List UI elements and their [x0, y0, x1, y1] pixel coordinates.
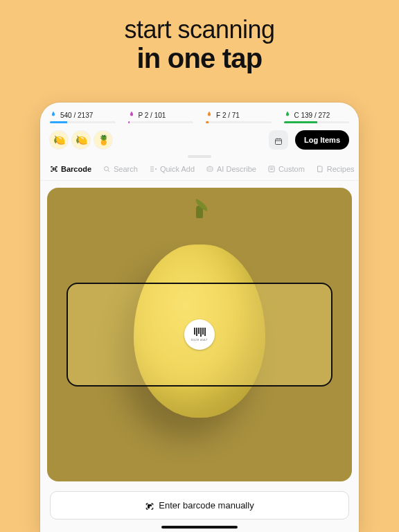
tab-label: Search: [114, 165, 138, 173]
tab-custom[interactable]: Custom: [267, 165, 305, 173]
hero-line-1: start scanning: [124, 15, 274, 44]
macro-stat: 540 / 2137: [50, 111, 116, 123]
macro-stat: C 139 / 272: [284, 111, 350, 123]
home-indicator[interactable]: [161, 526, 238, 529]
tab-label: Quick Add: [160, 165, 195, 173]
hero-line-2: in one tap: [124, 43, 274, 74]
recent-item-chip[interactable]: 🍍: [94, 131, 112, 149]
macro-icon: [50, 111, 58, 119]
barcode-number: 0123 4567: [191, 338, 207, 342]
svg-point-3: [209, 169, 209, 170]
macro-value: P 2 / 101: [139, 112, 166, 119]
macro-value: F 2 / 71: [216, 112, 240, 119]
quickadd-icon: [149, 165, 157, 173]
recipes-icon: [316, 165, 324, 173]
svg-rect-7: [150, 504, 152, 506]
svg-rect-2: [207, 167, 213, 171]
barcode-icon: [194, 328, 206, 337]
tabs-row: BarcodeSearchQuick AddAI DescribeCustomR…: [40, 161, 359, 181]
custom-icon: [267, 165, 276, 173]
barcode-icon: [145, 502, 153, 510]
recent-item-chip[interactable]: 🍋: [50, 131, 68, 149]
tab-barcode[interactable]: Barcode: [50, 165, 91, 173]
tab-search[interactable]: Search: [103, 165, 138, 173]
tab-label: Barcode: [61, 165, 91, 173]
phone-frame: 540 / 2137P 2 / 101F 2 / 71C 139 / 272 🍋…: [40, 103, 359, 532]
svg-point-4: [211, 169, 211, 170]
svg-rect-6: [148, 504, 150, 506]
svg-rect-0: [276, 139, 282, 145]
calendar-icon: [274, 136, 283, 144]
aidescribe-icon: [206, 165, 214, 173]
macro-icon: [206, 111, 214, 119]
header-row: 🍋🍋🍍 Log Items: [40, 127, 359, 155]
tab-quickadd[interactable]: Quick Add: [149, 165, 195, 173]
macro-icon: [128, 111, 136, 119]
hero-text: start scanning in one tap: [124, 15, 274, 74]
macro-stat: P 2 / 101: [128, 111, 194, 123]
macro-stat: F 2 / 71: [206, 111, 272, 123]
tab-aidescribe[interactable]: AI Describe: [206, 165, 256, 173]
svg-point-1: [105, 167, 109, 171]
macro-value: 540 / 2137: [60, 112, 93, 119]
camera-viewport[interactable]: 0123 4567: [47, 188, 352, 481]
macro-value: C 139 / 272: [294, 112, 330, 119]
manual-button-label: Enter barcode manually: [159, 500, 254, 511]
drag-handle[interactable]: [188, 155, 211, 158]
recent-item-chip[interactable]: 🍋: [72, 131, 90, 149]
macro-stats-row: 540 / 2137P 2 / 101F 2 / 71C 139 / 272: [40, 103, 359, 127]
barcode-sticker: 0123 4567: [184, 319, 215, 350]
macro-icon: [284, 111, 292, 119]
enter-barcode-manually-button[interactable]: Enter barcode manually: [50, 491, 349, 520]
calendar-button[interactable]: [269, 130, 288, 150]
search-icon: [103, 165, 111, 173]
tab-recipes[interactable]: Recipes: [316, 165, 355, 173]
svg-rect-8: [148, 506, 150, 508]
tab-label: Recipes: [327, 165, 355, 173]
barcode-icon: [50, 165, 58, 173]
tab-label: Custom: [278, 165, 305, 173]
tab-label: AI Describe: [217, 165, 256, 173]
log-items-button[interactable]: Log Items: [295, 130, 349, 150]
